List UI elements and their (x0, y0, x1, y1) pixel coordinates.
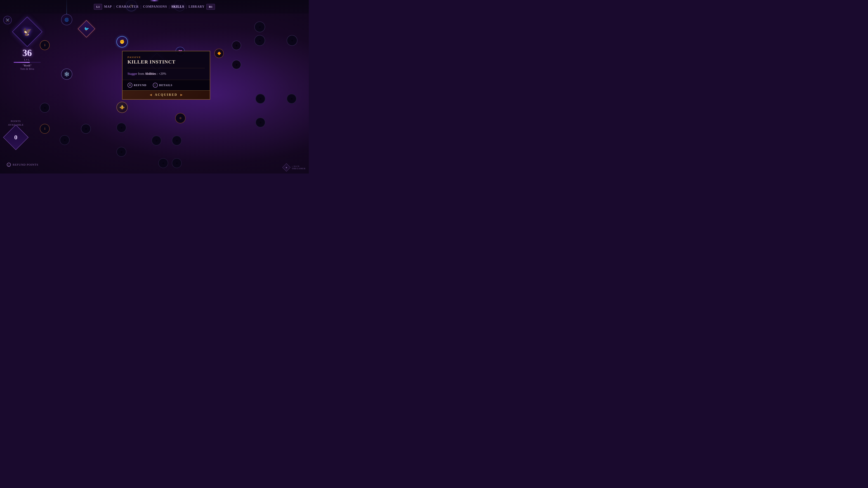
square-icon: □ (153, 83, 158, 88)
character-info: 🦅 36 LVL "Rook" Tom de Riva (13, 18, 41, 71)
skill-node-copper-3[interactable]: ⊕ (175, 113, 186, 123)
points-value: 0 (14, 134, 18, 141)
skill-node-snowflake[interactable]: ❄️ (61, 68, 72, 80)
edge-node-3[interactable]: ◆ (287, 35, 298, 46)
skill-node-diamond-lower[interactable]: ⚜️ (116, 102, 128, 113)
character-subname: Tom de Riva (20, 67, 34, 71)
nav-active-indicator (150, 0, 159, 1)
back-btn-label: ○ BACK (291, 165, 300, 167)
skill-node-dim-6[interactable]: ◆ (151, 135, 161, 145)
nav-sep-2: | (141, 5, 141, 9)
skill-node-dim-1[interactable]: ◆ (232, 41, 241, 50)
arrow-right: ► (180, 93, 183, 97)
nav-sep-4: | (186, 5, 187, 9)
l1-button[interactable]: L1 (94, 4, 102, 10)
corner-badge-left: ⚔️ (3, 16, 12, 24)
lvl-label: LVL (24, 58, 30, 61)
skill-node-fist[interactable]: ✊ (116, 36, 128, 47)
arrow-left: ◄ (149, 93, 153, 97)
skill-node-dim-5[interactable]: ◆ (60, 135, 70, 145)
nav-map[interactable]: MAP (104, 5, 112, 8)
skill-node-dim-4[interactable]: ◆ (81, 124, 91, 134)
refund-points-label: REFUND POINTS (13, 163, 38, 166)
watermark-text-block: ○ BACK THEGAMER (291, 165, 306, 170)
skill-node-dim-11[interactable]: ◆ (255, 94, 266, 104)
popup-actions: ✕ REFUND □ DETAILS (123, 80, 210, 90)
edge-node-2[interactable]: ◆ (254, 35, 265, 46)
skill-node-dim-14[interactable]: ◆ (158, 158, 168, 168)
points-diamond: 0 (3, 125, 29, 150)
skill-node-copper-2[interactable]: ℹ (40, 124, 50, 134)
edge-node-1[interactable]: ◆ (254, 22, 265, 32)
refund-points-button[interactable]: △ REFUND POINTS (7, 163, 38, 167)
x-icon: ✕ (127, 83, 132, 88)
skill-node-dim-15[interactable]: ◆ (172, 158, 182, 168)
watermark-diamond: ◆ (282, 163, 291, 172)
r1-button[interactable]: R1 (206, 4, 215, 10)
details-button[interactable]: □ DETAILS (153, 83, 173, 88)
desc-percent: : +20% (157, 72, 166, 75)
popup-content: PASSIVE KILLER INSTINCT Stagger from Abi… (123, 51, 210, 80)
acquired-text: ACQUIRED (155, 93, 178, 97)
popup-title: KILLER INSTINCT (127, 59, 205, 65)
skill-popup: PASSIVE KILLER INSTINCT Stagger from Abi… (122, 51, 210, 100)
character-name: "Rook" (23, 64, 32, 67)
desc-from: from (138, 72, 145, 75)
skill-node-dim-9[interactable]: ◆ (116, 147, 126, 157)
skill-node-dim-2[interactable]: ◆ (232, 60, 241, 69)
skill-node-dim-12[interactable]: ◆ (287, 94, 297, 104)
xp-fill (13, 62, 30, 63)
triangle-icon: △ (7, 163, 11, 167)
popup-description: Stagger from Abilities : +20% (127, 71, 205, 76)
character-level: 36 (22, 47, 32, 58)
watermark-site: THEGAMER (291, 167, 306, 170)
refund-label: REFUND (134, 84, 147, 87)
popup-divider (127, 68, 205, 68)
desc-abilities: Abilities (145, 72, 156, 75)
top-node-left[interactable]: 🌀 (61, 14, 72, 25)
popup-type: PASSIVE (127, 56, 205, 59)
skill-node-copper-1[interactable]: ℹ (40, 40, 50, 50)
nav-character[interactable]: CHARACTER (116, 5, 138, 8)
nav-skills[interactable]: SKILLS (171, 5, 184, 8)
points-section: POINTSAVAILABLE 0 (7, 120, 25, 147)
details-label: DETAILS (159, 84, 173, 87)
skill-node-dim-8[interactable]: ◆ (116, 123, 126, 133)
refund-button[interactable]: ✕ REFUND (127, 83, 147, 88)
xp-bar (13, 62, 41, 63)
skill-node-dim-3[interactable]: ◆ (40, 103, 50, 113)
nav-sep-1: | (114, 5, 114, 9)
back-section: ◆ ○ BACK THEGAMER (283, 164, 306, 170)
popup-acquired: ◄ ACQUIRED ► (123, 90, 210, 99)
navigation-bar: L1 MAP | CHARACTER | COMPANIONS | SKILLS… (0, 0, 309, 13)
nav-library[interactable]: LIBRARY (188, 5, 205, 8)
desc-stagger: Stagger (127, 72, 137, 75)
nav-companions[interactable]: COMPANIONS (143, 5, 167, 8)
skill-node-dim-13[interactable]: ◆ (255, 118, 266, 127)
skill-node-orange-1[interactable]: 🔶 (214, 48, 224, 58)
skill-node-dim-10[interactable]: ◆ (172, 135, 182, 145)
nav-sep-3: | (169, 5, 169, 9)
